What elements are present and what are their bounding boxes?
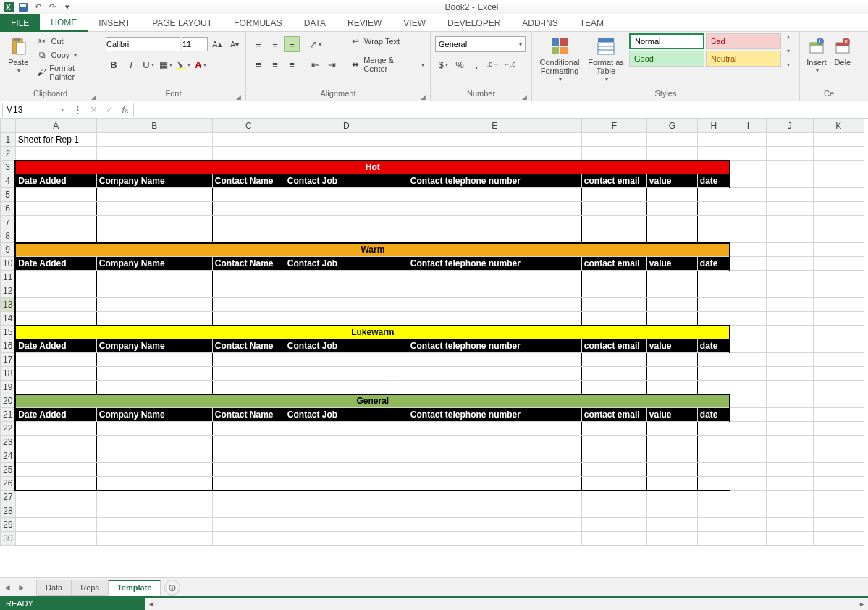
cell[interactable] xyxy=(15,422,96,436)
cell[interactable] xyxy=(697,229,730,243)
row-header-5[interactable]: 5 xyxy=(1,188,16,202)
cell[interactable] xyxy=(730,436,766,449)
cell[interactable] xyxy=(730,463,766,477)
cell[interactable] xyxy=(212,312,285,326)
underline-button[interactable]: U▾ xyxy=(140,56,156,72)
section-header-hot[interactable]: Hot xyxy=(15,161,730,174)
cell[interactable] xyxy=(646,381,697,394)
wrap-text-button[interactable]: ↩Wrap Text xyxy=(348,35,426,47)
styles-scroll-down-icon[interactable]: ▾ xyxy=(785,48,790,54)
cut-button[interactable]: ✂Cut xyxy=(35,35,96,47)
cell[interactable] xyxy=(212,381,285,394)
cell[interactable] xyxy=(285,298,408,312)
cell[interactable] xyxy=(813,133,864,147)
copy-button[interactable]: ⧉Copy▾ xyxy=(35,49,96,61)
dialog-launcher-icon[interactable]: ◢ xyxy=(236,93,241,101)
cell[interactable] xyxy=(212,463,285,477)
cell[interactable] xyxy=(212,353,285,367)
cell[interactable] xyxy=(646,229,697,243)
font-name-input[interactable] xyxy=(106,37,180,51)
row-header-10[interactable]: 10 xyxy=(1,257,16,271)
col-header-D[interactable]: D xyxy=(285,119,408,133)
cell[interactable] xyxy=(15,477,96,491)
fx-icon[interactable]: fx xyxy=(117,103,133,117)
row-header-22[interactable]: 22 xyxy=(1,422,16,436)
col-header-A[interactable]: A xyxy=(15,119,96,133)
cell[interactable] xyxy=(646,353,697,367)
cell[interactable] xyxy=(813,422,864,436)
cell[interactable] xyxy=(408,298,581,312)
cell[interactable] xyxy=(581,477,646,491)
cell[interactable] xyxy=(813,353,864,367)
cell[interactable] xyxy=(730,188,766,202)
cell[interactable] xyxy=(96,422,212,436)
cell[interactable] xyxy=(15,367,96,381)
redo-icon[interactable]: ↷ xyxy=(46,1,58,13)
cell[interactable] xyxy=(766,161,813,174)
bold-button[interactable]: B xyxy=(106,56,122,72)
sheet-tab-reps[interactable]: Reps xyxy=(71,580,109,596)
align-top-icon[interactable]: ≡ xyxy=(250,36,266,52)
cell[interactable] xyxy=(96,463,212,477)
cell[interactable] xyxy=(730,257,766,271)
cell[interactable] xyxy=(766,491,813,504)
cell[interactable] xyxy=(697,216,730,229)
decrease-font-icon[interactable]: A▾ xyxy=(227,36,243,52)
font-size-input[interactable] xyxy=(182,37,208,51)
conditional-formatting-button[interactable]: Conditional Formatting▾ xyxy=(536,33,583,83)
section-header-general[interactable]: General xyxy=(15,394,730,408)
cell[interactable] xyxy=(581,518,646,532)
col-header-G[interactable]: G xyxy=(646,119,697,133)
cell[interactable] xyxy=(212,229,285,243)
cell[interactable] xyxy=(813,312,864,326)
new-sheet-button[interactable]: ⊕ xyxy=(164,580,180,596)
cell[interactable] xyxy=(15,436,96,449)
cell[interactable] xyxy=(285,463,408,477)
cell[interactable] xyxy=(581,202,646,216)
cell[interactable] xyxy=(813,326,864,339)
cell[interactable] xyxy=(766,367,813,381)
save-icon[interactable] xyxy=(17,1,29,13)
tab-data[interactable]: DATA xyxy=(293,14,337,32)
cell[interactable] xyxy=(697,298,730,312)
cell[interactable] xyxy=(285,353,408,367)
cell[interactable] xyxy=(730,147,766,161)
tab-formulas[interactable]: FORMULAS xyxy=(223,14,293,32)
align-center-icon[interactable]: ≡ xyxy=(267,56,283,72)
cell[interactable] xyxy=(766,216,813,229)
cell[interactable] xyxy=(212,422,285,436)
row-header-12[interactable]: 12 xyxy=(1,284,16,298)
row-header-3[interactable]: 3 xyxy=(1,161,16,174)
cell[interactable] xyxy=(813,298,864,312)
cell[interactable] xyxy=(212,367,285,381)
horizontal-scrollbar[interactable]: ◄ ► xyxy=(145,598,868,610)
column-header-cell[interactable]: value xyxy=(646,408,697,422)
cell[interactable] xyxy=(212,284,285,298)
dialog-launcher-icon[interactable]: ◢ xyxy=(91,93,96,101)
col-header-J[interactable]: J xyxy=(766,119,813,133)
cell[interactable] xyxy=(581,381,646,394)
column-header-cell[interactable]: contact email xyxy=(581,257,646,271)
cell[interactable] xyxy=(697,477,730,491)
cell[interactable] xyxy=(697,381,730,394)
row-header-7[interactable]: 7 xyxy=(1,216,16,229)
row-header-4[interactable]: 4 xyxy=(1,174,16,188)
column-header-cell[interactable]: contact email xyxy=(581,174,646,188)
tab-add-ins[interactable]: ADD-INS xyxy=(511,14,568,32)
cell[interactable] xyxy=(15,147,96,161)
format-painter-button[interactable]: 🖌Format Painter xyxy=(35,63,96,82)
tab-developer[interactable]: DEVELOPER xyxy=(437,14,511,32)
cell[interactable] xyxy=(408,188,581,202)
cell[interactable] xyxy=(285,229,408,243)
cell[interactable] xyxy=(730,532,766,546)
cell[interactable] xyxy=(813,174,864,188)
scroll-left-icon[interactable]: ◄ xyxy=(145,599,157,610)
cell[interactable] xyxy=(15,504,96,518)
tab-review[interactable]: REVIEW xyxy=(337,14,392,32)
column-header-cell[interactable]: Date Added xyxy=(15,174,96,188)
increase-indent-icon[interactable]: ⇥ xyxy=(324,56,340,72)
cell[interactable] xyxy=(646,491,697,504)
cell[interactable] xyxy=(730,339,766,353)
row-header-19[interactable]: 19 xyxy=(1,381,16,394)
cell[interactable] xyxy=(766,257,813,271)
